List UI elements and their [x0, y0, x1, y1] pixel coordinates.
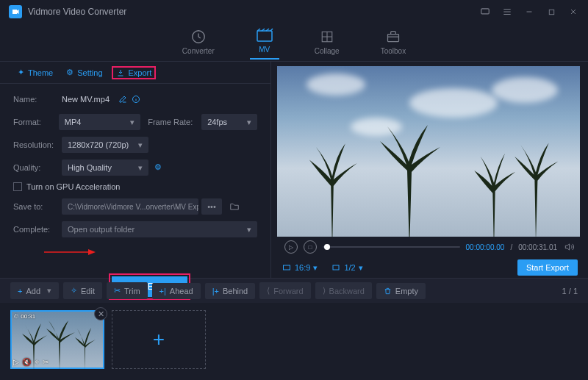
start-export-button-2[interactable]: Start Export: [517, 259, 578, 276]
minimize-button[interactable]: [523, 6, 535, 18]
resolution-label: Resolution:: [13, 140, 62, 149]
gear-icon: ⚙: [66, 68, 74, 77]
feedback-icon[interactable]: [479, 6, 491, 18]
trim-button[interactable]: ✂Trim: [107, 282, 148, 299]
complete-select[interactable]: Open output folder▾: [62, 221, 257, 237]
clip-trim-icon[interactable]: ✂: [43, 358, 49, 366]
svg-rect-8: [333, 265, 339, 270]
scale-control[interactable]: 1/2 ▾: [331, 263, 362, 273]
quality-settings-icon[interactable]: ⚙: [154, 162, 165, 173]
open-folder-icon[interactable]: [226, 198, 243, 215]
framerate-label: Frame Rate:: [148, 118, 201, 126]
sub-tab-theme[interactable]: ✦ Theme: [13, 65, 57, 79]
clip-mute-icon[interactable]: 🔇: [22, 358, 31, 366]
browse-button[interactable]: •••: [201, 198, 222, 215]
converter-icon: [190, 29, 207, 44]
quality-select[interactable]: High Quality▾: [62, 159, 148, 176]
edit-button[interactable]: ✧Edit: [63, 282, 102, 299]
maximize-button[interactable]: [545, 6, 557, 18]
volume-icon[interactable]: [563, 242, 575, 252]
resolution-select[interactable]: 1280x720 (720p)▾: [62, 137, 148, 153]
framerate-select[interactable]: 24fps▾: [201, 114, 257, 130]
annotation-arrow: [44, 247, 96, 257]
complete-label: Complete:: [13, 225, 62, 234]
quality-label: Quality:: [13, 163, 62, 172]
tab-mv[interactable]: MV: [250, 25, 279, 60]
ahead-button[interactable]: +|Ahead: [152, 283, 201, 299]
svg-rect-5: [387, 35, 398, 42]
edit-icon[interactable]: [118, 94, 129, 104]
name-label: Name:: [13, 95, 62, 104]
stop-button[interactable]: □: [304, 240, 317, 254]
clip-thumbnail[interactable]: ⏱ 00:31 ✕ ▷ 🔇 ✧ ✂: [10, 310, 104, 369]
clip-duration: ⏱ 00:31: [13, 313, 35, 320]
toolbox-icon: [384, 29, 402, 44]
app-logo: [9, 5, 22, 18]
add-clip-slot[interactable]: +: [112, 310, 206, 369]
progress-bar[interactable]: [323, 246, 460, 248]
video-preview: [277, 66, 580, 237]
app-title: Vidmore Video Converter: [28, 7, 479, 17]
tab-toolbox[interactable]: Toolbox: [375, 26, 412, 58]
page-indicator: 1 / 1: [562, 287, 578, 295]
play-button[interactable]: ▷: [284, 240, 298, 254]
add-button[interactable]: +Add▾: [10, 282, 59, 299]
format-label: Format:: [13, 118, 59, 126]
tab-converter[interactable]: Converter: [176, 26, 220, 58]
forward-button[interactable]: ⟨Forward: [259, 282, 310, 299]
svg-rect-7: [284, 265, 290, 270]
mv-icon: [256, 28, 273, 43]
gpu-checkbox[interactable]: [13, 182, 22, 191]
behind-button[interactable]: |+Behind: [205, 283, 256, 299]
theme-icon: ✦: [18, 68, 24, 77]
close-button[interactable]: [567, 6, 579, 18]
svg-marker-10: [88, 249, 96, 255]
svg-rect-0: [481, 9, 490, 14]
sub-tab-export[interactable]: Export: [112, 66, 157, 79]
sub-tab-setting[interactable]: ⚙ Setting: [62, 65, 107, 79]
backward-button[interactable]: ⟩Backward: [315, 282, 372, 299]
menu-icon[interactable]: [501, 6, 513, 18]
info-icon[interactable]: [132, 94, 142, 104]
svg-rect-1: [549, 10, 553, 14]
current-time: 00:00:00.00: [466, 243, 505, 251]
clip-effects-icon[interactable]: ✧: [34, 358, 40, 366]
gpu-label: Turn on GPU Acceleration: [26, 182, 120, 191]
clip-play-icon[interactable]: ▷: [13, 358, 19, 366]
svg-rect-3: [257, 31, 272, 41]
name-value: New MV.mp4: [62, 95, 110, 104]
collage-icon: [318, 29, 336, 44]
export-icon: [116, 68, 125, 77]
tab-collage[interactable]: Collage: [309, 26, 345, 58]
empty-button[interactable]: Empty: [376, 283, 426, 299]
aspect-ratio-control[interactable]: 16:9 ▾: [282, 263, 318, 273]
saveto-path: C:\Vidmore\Vidmore V...onverter\MV Expor…: [62, 198, 198, 215]
total-time: 00:00:31.01: [518, 243, 557, 251]
remove-clip-button[interactable]: ✕: [94, 307, 107, 320]
saveto-label: Save to:: [13, 202, 62, 211]
format-select[interactable]: MP4▾: [59, 114, 140, 130]
